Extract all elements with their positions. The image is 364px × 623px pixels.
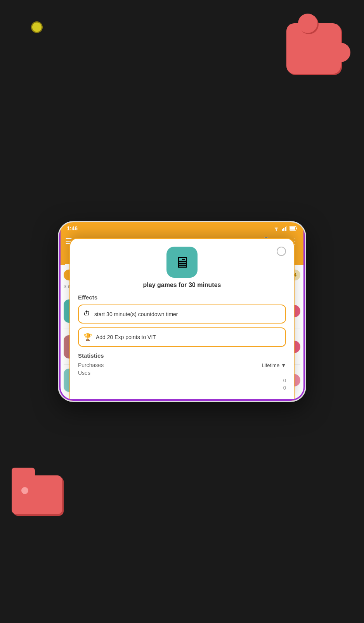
effect-text-timer: start 30 minute(s) countdown timer xyxy=(94,311,178,317)
svg-rect-4 xyxy=(286,226,287,231)
effect-row-1: ⏱ start 30 minute(s) countdown timer xyxy=(78,305,286,324)
svg-point-0 xyxy=(276,230,277,231)
detail-radio[interactable] xyxy=(277,247,286,256)
statistics-section: Statistics Purchases Lifetime ▼ Uses 0 0 xyxy=(78,352,286,391)
effect-icon-exp: 🏆 xyxy=(83,333,92,341)
stats-row-purchases: Purchases Lifetime ▼ xyxy=(78,362,286,368)
folder-dot xyxy=(21,487,28,494)
signal-icon xyxy=(282,226,287,231)
detail-big-icon: 🖥 xyxy=(166,247,198,278)
svg-rect-6 xyxy=(296,228,297,229)
svg-rect-1 xyxy=(282,229,283,231)
detail-icon-row: 🖥 xyxy=(78,247,286,278)
svg-rect-2 xyxy=(283,228,284,231)
effect-text-exp: Add 20 Exp points to VIT xyxy=(96,334,156,340)
status-icons xyxy=(273,226,297,231)
folder-decoration xyxy=(12,475,62,514)
wifi-icon xyxy=(273,226,279,231)
purchases-label: Purchases xyxy=(78,362,104,368)
purchases-value: 0 xyxy=(283,378,286,383)
statistics-label: Statistics xyxy=(78,352,286,359)
effect-row-2: 🏆 Add 20 Exp points to VIT xyxy=(78,327,286,347)
phone-frame: 1:46 ☰ xyxy=(58,221,306,402)
svg-rect-7 xyxy=(290,227,295,230)
uses-value: 0 xyxy=(283,385,286,391)
lifetime-filter[interactable]: Lifetime ▼ xyxy=(262,362,286,368)
effects-label: Effects xyxy=(78,294,286,301)
chevron-down-icon: ▼ xyxy=(281,362,286,368)
stats-uses-value-row: 0 xyxy=(78,385,286,391)
status-time: 1:46 xyxy=(67,225,78,231)
uses-label: Uses xyxy=(78,370,90,376)
battery-icon xyxy=(289,226,297,231)
circle-decoration xyxy=(31,21,43,33)
detail-title: play games for 30 minutes xyxy=(78,282,286,289)
status-bar: 1:46 xyxy=(59,222,305,233)
svg-rect-3 xyxy=(285,227,286,231)
detail-card: 🖥 play games for 30 minutes Effects ⏱ st… xyxy=(69,238,295,401)
puzzle-decoration xyxy=(286,23,341,74)
stats-row-uses: Uses xyxy=(78,370,286,376)
effect-icon-timer: ⏱ xyxy=(83,310,90,318)
stats-values-row: 0 xyxy=(78,378,286,383)
